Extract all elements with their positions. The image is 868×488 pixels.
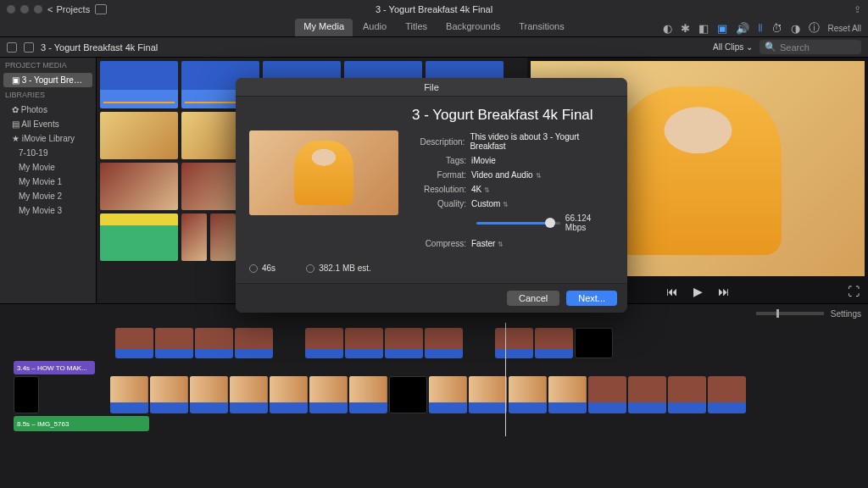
sidebar-item-project[interactable]: ▣ 3 - Yogurt Breakfas... (3, 73, 92, 87)
stabilize-icon[interactable]: ◐ (663, 22, 672, 35)
timeline-clip[interactable] (349, 376, 387, 413)
import-icon[interactable] (95, 4, 107, 14)
timeline-clip[interactable] (14, 376, 39, 413)
chevron-updown-icon: ⇅ (484, 186, 490, 194)
timeline-clip[interactable] (190, 376, 228, 413)
tab-titles[interactable]: Titles (397, 19, 436, 36)
label-description: Description: (412, 137, 470, 147)
field-resolution[interactable]: 4K⇅ (471, 185, 490, 194)
sidebar-item-allevents[interactable]: ▤ All Events (0, 117, 96, 131)
sidebar-item-event[interactable]: My Movie (0, 160, 96, 175)
timeline-clip[interactable] (150, 376, 188, 413)
cancel-button[interactable]: Cancel (507, 291, 559, 306)
color-correction-icon[interactable]: ◧ (698, 22, 709, 35)
share-icon[interactable]: ⇪ (854, 4, 861, 15)
timeline-clip[interactable] (389, 376, 427, 413)
timeline-clip[interactable] (155, 328, 193, 358)
clip-thumb[interactable] (181, 214, 207, 261)
timeline[interactable]: 3.4s – HOW TO MAK... 8.5s – IMG_5763 (0, 323, 868, 436)
prev-icon[interactable]: ⏮ (666, 285, 678, 298)
sidebar-item-library[interactable]: ★ iMovie Library (0, 131, 96, 146)
timeline-clip[interactable] (195, 328, 233, 358)
play-icon[interactable]: ▶ (693, 285, 703, 298)
clip-thumb[interactable] (210, 214, 236, 261)
clip-thumb-title[interactable] (100, 214, 178, 261)
next-icon[interactable]: ⏭ (718, 285, 730, 298)
clips-filter[interactable]: All Clips ⌄ (713, 42, 753, 52)
clip-thumb[interactable] (100, 112, 178, 159)
crop-icon[interactable]: ▣ (717, 22, 727, 35)
label-format: Format: (412, 170, 471, 180)
minimize-icon[interactable] (20, 5, 29, 14)
timeline-clip[interactable] (309, 376, 348, 413)
timeline-clip[interactable] (270, 376, 308, 413)
close-icon[interactable] (7, 5, 15, 14)
filesize-icon (306, 264, 314, 273)
sidebar-item-event[interactable]: My Movie 3 (0, 203, 96, 218)
field-description[interactable]: This video is about 3 - Yogurt Breakfast (470, 132, 614, 151)
dialog-title: File (236, 78, 627, 97)
timeline-clip[interactable] (305, 328, 343, 358)
timeline-clip[interactable] (345, 328, 383, 358)
list-view-icon[interactable] (7, 42, 17, 53)
sidebar-item-event[interactable]: My Movie 1 (0, 175, 96, 189)
noise-icon[interactable]: ⫴ (758, 21, 763, 35)
filter-icon[interactable]: ◑ (791, 22, 800, 35)
tab-audio[interactable]: Audio (354, 19, 395, 36)
timeline-clip[interactable] (628, 376, 666, 413)
quality-slider[interactable] (476, 222, 560, 225)
volume-icon[interactable]: 🔊 (736, 22, 749, 35)
timeline-clip[interactable] (668, 376, 706, 413)
clip-thumb[interactable] (100, 61, 178, 108)
field-quality[interactable]: Custom⇅ (471, 199, 509, 208)
timeline-clip[interactable] (588, 376, 626, 413)
field-compress[interactable]: Faster⇅ (471, 239, 504, 248)
speed-icon[interactable]: ⏱ (771, 22, 782, 35)
timeline-audio-clip[interactable]: 8.5s – IMG_5763 (14, 416, 149, 431)
info-icon[interactable]: ⓘ (809, 20, 820, 36)
duration-value: 46s (262, 263, 275, 273)
timeline-clip[interactable] (425, 328, 463, 358)
timeline-clip[interactable] (548, 376, 587, 413)
timeline-clip[interactable] (230, 376, 268, 413)
timeline-clip[interactable] (385, 328, 423, 358)
chevron-updown-icon: ⇅ (503, 201, 509, 208)
projects-label: Projects (56, 4, 90, 14)
timeline-clip[interactable] (495, 328, 533, 358)
search-icon: 🔍 (765, 42, 776, 53)
playhead[interactable] (505, 323, 506, 436)
timeline-clip[interactable] (429, 376, 467, 413)
timeline-clip[interactable] (115, 328, 153, 358)
slider-knob[interactable] (545, 218, 555, 228)
next-button[interactable]: Next... (566, 291, 617, 306)
color-balance-icon[interactable]: ✱ (681, 22, 690, 35)
field-format[interactable]: Video and Audio⇅ (471, 170, 542, 180)
bitrate-value: 66.124 Mbps (565, 214, 614, 232)
sidebar-item-event[interactable]: My Movie 2 (0, 189, 96, 203)
tab-backgrounds[interactable]: Backgrounds (437, 19, 509, 36)
filmstrip-view-icon[interactable] (24, 42, 34, 53)
timeline-clip[interactable] (708, 376, 746, 413)
timeline-clip[interactable] (469, 376, 507, 413)
sidebar-item-photos[interactable]: ✿ Photos (0, 103, 96, 117)
timeline-title-clip[interactable]: 3.4s – HOW TO MAK... (14, 361, 95, 374)
timeline-clip[interactable] (235, 328, 273, 358)
fullscreen-icon[interactable]: ⛶ (848, 285, 860, 298)
timeline-clip[interactable] (575, 328, 613, 358)
tab-transitions[interactable]: Transitions (510, 19, 572, 36)
timeline-clip[interactable] (535, 328, 573, 358)
timeline-clip[interactable] (110, 376, 148, 413)
projects-button[interactable]: < Projects (47, 4, 90, 14)
tab-my-media[interactable]: My Media (295, 19, 353, 36)
window-controls (7, 5, 42, 14)
sidebar-item-event[interactable]: 7-10-19 (0, 146, 96, 160)
timeline-settings-button[interactable]: Settings (831, 309, 861, 319)
field-tags[interactable]: iMovie (471, 156, 496, 165)
timeline-clip[interactable] (509, 376, 547, 413)
search-input[interactable]: 🔍Search (760, 40, 861, 54)
clock-icon (249, 264, 258, 273)
clip-thumb[interactable] (100, 163, 178, 210)
reset-all-button[interactable]: Reset All (828, 24, 861, 33)
zoom-slider[interactable] (756, 312, 824, 315)
zoom-icon[interactable] (34, 5, 42, 14)
